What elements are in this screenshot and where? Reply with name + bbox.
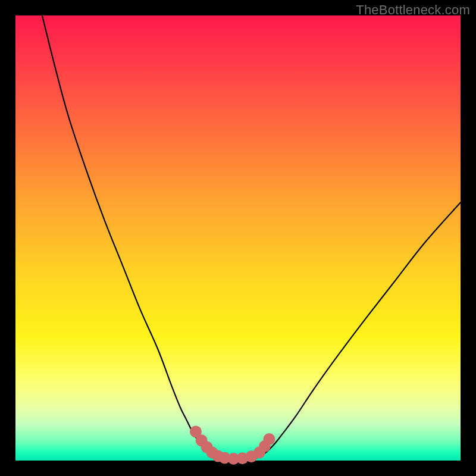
highlight-dot <box>263 433 275 445</box>
chart-area <box>15 15 461 461</box>
curve-left-branch <box>42 15 220 458</box>
watermark-text: TheBottleneck.com <box>356 2 470 18</box>
curve-right-branch <box>256 202 461 458</box>
highlight-dots-group <box>190 425 275 465</box>
chart-svg <box>15 15 461 461</box>
